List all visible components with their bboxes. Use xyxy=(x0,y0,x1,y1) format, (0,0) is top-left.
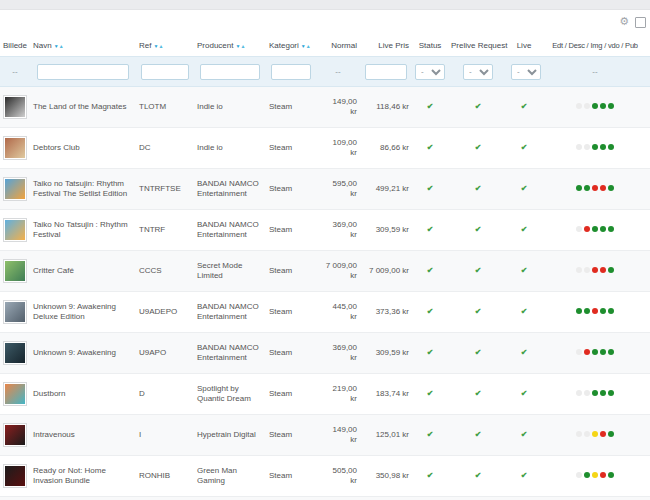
column-header-kategori[interactable]: Kategori▼▲ xyxy=(266,36,316,57)
status-check-icon: ✔ xyxy=(427,389,434,398)
cell-status: ✔ xyxy=(412,292,448,333)
gear-icon[interactable]: ⚙ xyxy=(619,16,629,28)
product-thumbnail[interactable] xyxy=(3,382,27,406)
column-header-ref[interactable]: Ref▼▲ xyxy=(136,36,194,57)
sort-asc-icon[interactable]: ▲ xyxy=(59,43,64,49)
cell-product-ref: MSEA xyxy=(136,497,194,500)
product-producer: BANDAI NAMCO Entertainment xyxy=(197,343,259,362)
vdo-dot xyxy=(600,185,606,191)
filter-input-ref[interactable] xyxy=(141,64,189,80)
product-thumbnail[interactable] xyxy=(3,218,27,242)
filter-input-producent[interactable] xyxy=(200,64,261,80)
table-row[interactable]: The Land of the MagnatesTLOTMIndie ioSte… xyxy=(0,87,650,128)
cell-normal-price: 75,00 kr xyxy=(316,497,360,500)
table-row[interactable]: Ready or Not: Home Invasion BundleRONHIB… xyxy=(0,456,650,497)
flag-dots xyxy=(576,431,614,437)
cell-live: ✔ xyxy=(508,128,540,169)
cell-status: ✔ xyxy=(412,128,448,169)
table-header-row: BilledeNavn▼▲Ref▼▲Producent▼▲Kategori▼▲N… xyxy=(0,36,650,57)
table-row[interactable]: IntravenousIHypetrain DigitalSteam149,00… xyxy=(0,415,650,456)
filter-select-status[interactable]: - xyxy=(415,64,445,80)
live-price: 373,36 kr xyxy=(376,307,409,316)
sort-asc-icon[interactable]: ▲ xyxy=(240,43,245,49)
table-row[interactable]: Mini SettlersMSEAGoblinz PublishingSteam… xyxy=(0,497,650,500)
sort-asc-icon[interactable]: ▲ xyxy=(306,43,311,49)
product-thumbnail[interactable] xyxy=(3,136,27,160)
cell-live-price: 118,46 kr xyxy=(360,87,412,128)
cell-product-category: Steam xyxy=(266,292,316,333)
sort-icons[interactable]: ▼▲ xyxy=(54,43,64,49)
column-header-live-pris: Live Pris xyxy=(360,36,412,57)
pub-dot xyxy=(608,472,614,478)
table-row[interactable]: Taiko no Tatsujin: Rhythm Festival The S… xyxy=(0,169,650,210)
product-table: BilledeNavn▼▲Ref▼▲Producent▼▲Kategori▼▲N… xyxy=(0,36,650,500)
pub-dot xyxy=(608,431,614,437)
cell-product-category: Steam xyxy=(266,415,316,456)
table-row[interactable]: Debtors ClubDCIndie ioSteam109,00kr86,66… xyxy=(0,128,650,169)
column-label: Kategori xyxy=(269,41,299,50)
cell-product-category: Steam xyxy=(266,456,316,497)
cell-live: ✔ xyxy=(508,497,540,500)
filter-input-live-pris[interactable] xyxy=(365,64,407,80)
cell-live-price: 7 009,00 kr xyxy=(360,251,412,292)
filter-select-prelive-request[interactable]: - xyxy=(463,64,493,80)
status-check-icon: ✔ xyxy=(427,184,434,193)
column-label: Navn xyxy=(33,41,52,50)
expand-icon[interactable] xyxy=(635,17,646,28)
img-dot xyxy=(592,185,598,191)
cell-prelive: ✔ xyxy=(448,292,508,333)
cell-status: ✔ xyxy=(412,456,448,497)
cell-live: ✔ xyxy=(508,333,540,374)
filter-select-live[interactable]: - xyxy=(511,64,541,80)
cell-product-category: Steam xyxy=(266,251,316,292)
product-thumbnail[interactable] xyxy=(3,300,27,324)
vdo-dot xyxy=(600,267,606,273)
prelive-check-icon: ✔ xyxy=(475,266,482,275)
cell-status: ✔ xyxy=(412,333,448,374)
table-row[interactable]: DustbornDSpotlight by Quantic DreamSteam… xyxy=(0,374,650,415)
cell-live: ✔ xyxy=(508,251,540,292)
normal-price: kr xyxy=(319,148,357,158)
prelive-check-icon: ✔ xyxy=(475,184,482,193)
product-thumbnail[interactable] xyxy=(3,95,27,119)
product-thumbnail[interactable] xyxy=(3,341,27,365)
product-thumbnail[interactable] xyxy=(3,259,27,283)
filter-cell-status: - xyxy=(412,57,448,87)
vdo-dot xyxy=(600,349,606,355)
sort-asc-icon[interactable]: ▲ xyxy=(158,43,163,49)
column-header-producent[interactable]: Producent▼▲ xyxy=(194,36,266,57)
product-cover-image xyxy=(5,97,25,117)
cell-live: ✔ xyxy=(508,87,540,128)
table-row[interactable]: Unknown 9: AwakeningU9APOBANDAI NAMCO En… xyxy=(0,333,650,374)
filter-cell-prelive-request: - xyxy=(448,57,508,87)
vdo-dot xyxy=(600,226,606,232)
status-check-icon: ✔ xyxy=(427,471,434,480)
cell-product-producer: Hypetrain Digital xyxy=(194,415,266,456)
product-thumbnail[interactable] xyxy=(3,177,27,201)
live-price: 125,01 kr xyxy=(376,430,409,439)
product-category: Steam xyxy=(269,307,292,316)
filter-cell-billede: -- xyxy=(0,57,30,87)
table-row[interactable]: Taiko No Tatsujin : Rhythm FestivalTNTRF… xyxy=(0,210,650,251)
table-row[interactable]: Unknown 9: Awakening Deluxe EditionU9ADE… xyxy=(0,292,650,333)
cell-flags xyxy=(540,292,650,333)
table-row[interactable]: Critter CaféCCCSSecret Mode LimitedSteam… xyxy=(0,251,650,292)
product-name: Taiko No Tatsujin : Rhythm Festival xyxy=(33,220,128,239)
cell-product-producer: BANDAI NAMCO Entertainment xyxy=(194,333,266,374)
sort-icons[interactable]: ▼▲ xyxy=(301,43,311,49)
filter-input-kategori[interactable] xyxy=(271,64,311,80)
filter-input-navn[interactable] xyxy=(37,64,129,80)
column-label: Live Pris xyxy=(378,41,409,50)
sort-icons[interactable]: ▼▲ xyxy=(235,43,245,49)
normal-price: kr xyxy=(319,312,357,322)
cell-status: ✔ xyxy=(412,497,448,500)
vdo-dot xyxy=(600,431,606,437)
cell-product-name: Debtors Club xyxy=(30,128,136,169)
cell-product-category: Steam xyxy=(266,210,316,251)
product-thumbnail[interactable] xyxy=(3,464,27,488)
live-check-icon: ✔ xyxy=(521,307,528,316)
sort-icons[interactable]: ▼▲ xyxy=(153,43,163,49)
cell-prelive: ✔ xyxy=(448,333,508,374)
product-thumbnail[interactable] xyxy=(3,423,27,447)
column-header-navn[interactable]: Navn▼▲ xyxy=(30,36,136,57)
